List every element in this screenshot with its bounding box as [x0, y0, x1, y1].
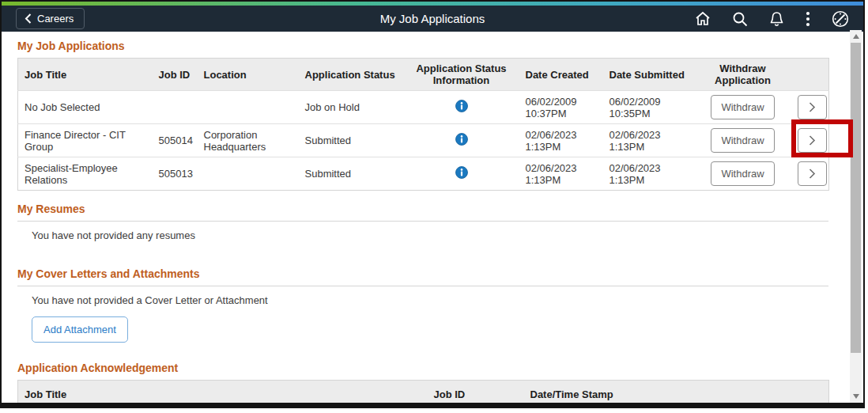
cell-status: Job on Hold [299, 91, 404, 124]
chevron-right-icon [809, 135, 816, 146]
application-row: No Job Selected Job on Hold [18, 91, 829, 124]
chevron-right-icon [809, 102, 816, 112]
home-icon[interactable] [695, 11, 711, 26]
application-row: Finance Director - CIT Group 505014 Corp… [18, 124, 829, 157]
actions-kebab-icon[interactable] [806, 11, 810, 27]
cell-date-created: 02/06/2023 1:13PM [519, 157, 603, 191]
cell-status: Submitted [299, 124, 404, 157]
status-info-icon[interactable] [455, 166, 468, 181]
back-button-label: Careers [37, 13, 74, 25]
section-heading-cover-letters: My Cover Letters and Attachments [17, 267, 828, 286]
search-icon[interactable] [732, 11, 748, 27]
section-heading-applications: My Job Applications [17, 40, 847, 52]
col-row-caret [791, 59, 829, 91]
col-status-information: Application Status Information [404, 59, 519, 91]
row-details-caret-button[interactable] [798, 95, 827, 119]
status-info-icon[interactable] [455, 100, 468, 115]
cell-job-title: Specialist-Employee Relations [18, 157, 153, 191]
cell-job-id [153, 91, 198, 124]
applications-grid: Job Title Job ID Location Application St… [17, 58, 829, 191]
app-window-frame: Careers My Job Applications [0, 0, 865, 408]
withdraw-button[interactable]: Withdraw [711, 161, 774, 186]
col-job-title: Job Title [18, 381, 428, 409]
scrollbar-up-arrow[interactable] [850, 32, 862, 41]
cell-location [198, 157, 299, 191]
app-header: Careers My Job Applications [2, 6, 863, 32]
resumes-empty-text: You have not provided any resumes [32, 229, 847, 241]
cell-job-title: No Job Selected [18, 91, 153, 124]
header-action-icons [695, 10, 849, 28]
application-row: Specialist-Employee Relations 505013 Sub… [18, 157, 829, 191]
col-timestamp: Date/Time Stamp [524, 381, 790, 409]
back-button-careers[interactable]: Careers [16, 8, 85, 29]
navbar-compass-icon[interactable] [832, 10, 849, 28]
cell-status: Submitted [299, 157, 404, 191]
section-heading-acknowledgement: Application Acknowledgement [17, 362, 847, 374]
col-location: Location [198, 59, 299, 91]
screenshot-page: Careers My Job Applications [0, 0, 868, 413]
cover-letters-empty-text: You have not provided a Cover Letter or … [32, 294, 847, 306]
cell-job-title: Finance Director - CIT Group [18, 124, 153, 157]
cell-location [198, 91, 299, 124]
scrollbar-thumb[interactable] [851, 43, 861, 353]
col-job-id: Job ID [153, 59, 198, 91]
cell-date-created: 02/06/2023 1:13PM [519, 124, 603, 157]
col-date-submitted: Date Submitted [603, 59, 695, 91]
cell-date-submitted: 06/02/2009 10:35PM [603, 91, 695, 124]
status-info-icon[interactable] [455, 133, 468, 148]
col-application-status: Application Status [299, 59, 404, 91]
cell-date-created: 06/02/2009 10:37PM [519, 91, 603, 124]
cell-date-submitted: 02/06/2023 1:13PM [603, 124, 695, 157]
cell-job-id: 505013 [153, 157, 198, 191]
withdraw-button[interactable]: Withdraw [711, 128, 774, 153]
col-date-created: Date Created [519, 59, 603, 91]
chevron-right-icon [809, 169, 816, 179]
row-details-caret-button-highlighted[interactable] [798, 128, 827, 153]
add-attachment-button[interactable]: Add Attachment [32, 316, 128, 343]
col-job-id: Job ID [428, 381, 524, 409]
cell-date-submitted: 02/06/2023 1:13PM [603, 157, 695, 191]
cell-location: Corporation Headquarters [198, 124, 299, 157]
acknowledgement-grid: Job Title Job ID Date/Time Stamp Finance… [17, 380, 829, 408]
vertical-scrollbar[interactable] [850, 30, 862, 403]
col-withdraw-application: Withdraw Application [695, 59, 791, 91]
chevron-left-icon [25, 13, 32, 24]
col-job-title: Job Title [18, 59, 153, 91]
notifications-bell-icon[interactable] [769, 11, 784, 27]
main-content: My Job Applications Job Title Job ID Loc… [2, 32, 863, 408]
withdraw-button[interactable]: Withdraw [711, 95, 774, 119]
row-details-caret-button[interactable] [798, 161, 827, 186]
cell-job-id: 505014 [153, 124, 198, 157]
col-row-caret [790, 381, 829, 409]
applications-grid-header: Job Title Job ID Location Application St… [18, 59, 829, 91]
section-heading-resumes: My Resumes [17, 203, 828, 222]
acknowledgement-grid-header: Job Title Job ID Date/Time Stamp [18, 381, 829, 409]
scrollbar-down-arrow[interactable] [850, 392, 862, 401]
